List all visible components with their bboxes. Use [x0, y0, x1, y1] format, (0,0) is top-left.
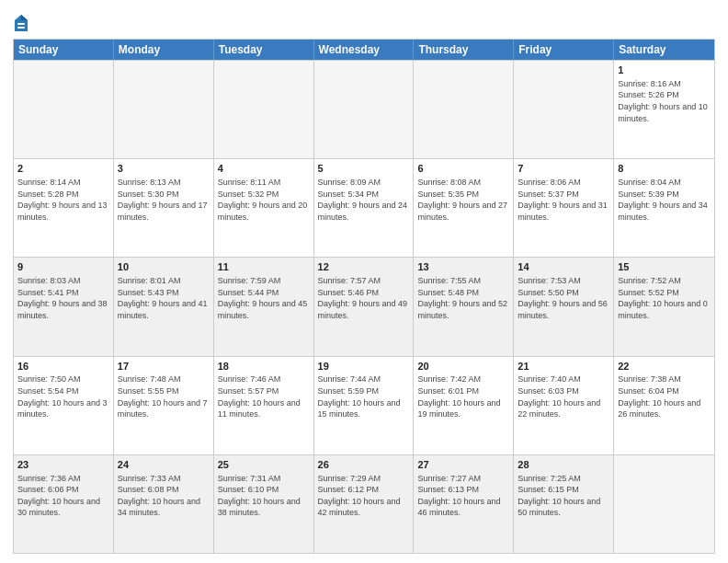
day-number: 13	[417, 260, 509, 274]
calendar-cell: 4Sunrise: 8:11 AM Sunset: 5:32 PM Daylig…	[214, 159, 314, 257]
day-info: Sunrise: 7:59 AM Sunset: 5:44 PM Dayligh…	[218, 275, 310, 321]
day-info: Sunrise: 8:03 AM Sunset: 5:41 PM Dayligh…	[17, 275, 109, 321]
cal-header-day: Tuesday	[214, 40, 314, 60]
day-number: 15	[618, 260, 711, 274]
calendar-cell: 6Sunrise: 8:08 AM Sunset: 5:35 PM Daylig…	[414, 159, 514, 257]
day-info: Sunrise: 8:08 AM Sunset: 5:35 PM Dayligh…	[417, 177, 509, 223]
day-info: Sunrise: 8:14 AM Sunset: 5:28 PM Dayligh…	[17, 177, 109, 223]
day-info: Sunrise: 7:40 AM Sunset: 6:03 PM Dayligh…	[518, 373, 609, 419]
page: SundayMondayTuesdayWednesdayThursdayFrid…	[0, 0, 728, 563]
calendar-cell	[314, 61, 415, 158]
calendar-cell	[614, 455, 714, 553]
calendar-row: 2Sunrise: 8:14 AM Sunset: 5:28 PM Daylig…	[14, 158, 714, 257]
calendar-cell: 19Sunrise: 7:44 AM Sunset: 5:59 PM Dayli…	[314, 357, 415, 454]
calendar-cell: 14Sunrise: 7:53 AM Sunset: 5:50 PM Dayli…	[514, 258, 614, 355]
cal-header-day: Wednesday	[314, 40, 415, 60]
day-info: Sunrise: 7:33 AM Sunset: 6:08 PM Dayligh…	[118, 473, 210, 519]
svg-rect-3	[17, 27, 25, 29]
cal-header-day: Saturday	[614, 40, 714, 60]
calendar-row: 23Sunrise: 7:36 AM Sunset: 6:06 PM Dayli…	[14, 454, 714, 553]
calendar-row: 1Sunrise: 8:16 AM Sunset: 5:26 PM Daylig…	[14, 60, 714, 158]
calendar-cell: 7Sunrise: 8:06 AM Sunset: 5:37 PM Daylig…	[514, 159, 614, 257]
calendar-cell: 8Sunrise: 8:04 AM Sunset: 5:39 PM Daylig…	[614, 159, 714, 257]
day-number: 27	[417, 458, 509, 472]
calendar-cell: 21Sunrise: 7:40 AM Sunset: 6:03 PM Dayli…	[514, 357, 614, 454]
calendar-cell: 18Sunrise: 7:46 AM Sunset: 5:57 PM Dayli…	[214, 357, 314, 454]
calendar-cell: 10Sunrise: 8:01 AM Sunset: 5:43 PM Dayli…	[114, 258, 214, 355]
day-info: Sunrise: 7:31 AM Sunset: 6:10 PM Dayligh…	[218, 473, 310, 519]
day-info: Sunrise: 7:27 AM Sunset: 6:13 PM Dayligh…	[417, 473, 509, 519]
calendar-cell	[514, 61, 614, 158]
day-number: 1	[618, 63, 711, 77]
logo	[13, 13, 32, 33]
day-number: 17	[118, 360, 210, 373]
cal-header-day: Monday	[114, 40, 214, 60]
calendar-cell	[414, 61, 514, 158]
day-number: 28	[518, 458, 609, 472]
day-info: Sunrise: 8:13 AM Sunset: 5:30 PM Dayligh…	[118, 177, 210, 223]
day-number: 22	[618, 360, 711, 373]
day-info: Sunrise: 7:29 AM Sunset: 6:12 PM Dayligh…	[318, 473, 410, 519]
day-number: 21	[518, 360, 609, 373]
day-info: Sunrise: 7:50 AM Sunset: 5:54 PM Dayligh…	[17, 373, 109, 419]
day-number: 20	[417, 360, 509, 373]
cal-header-day: Thursday	[414, 40, 514, 60]
svg-rect-2	[17, 23, 25, 25]
day-number: 5	[318, 162, 410, 176]
day-number: 23	[17, 458, 109, 472]
calendar-cell: 13Sunrise: 7:55 AM Sunset: 5:48 PM Dayli…	[414, 258, 514, 355]
calendar-cell: 26Sunrise: 7:29 AM Sunset: 6:12 PM Dayli…	[314, 455, 415, 553]
calendar-cell: 5Sunrise: 8:09 AM Sunset: 5:34 PM Daylig…	[314, 159, 415, 257]
day-info: Sunrise: 7:38 AM Sunset: 6:04 PM Dayligh…	[618, 373, 711, 419]
day-info: Sunrise: 7:52 AM Sunset: 5:52 PM Dayligh…	[618, 275, 711, 321]
calendar-header: SundayMondayTuesdayWednesdayThursdayFrid…	[14, 40, 714, 60]
day-info: Sunrise: 8:09 AM Sunset: 5:34 PM Dayligh…	[318, 177, 410, 223]
day-info: Sunrise: 7:57 AM Sunset: 5:46 PM Dayligh…	[318, 275, 410, 321]
day-number: 8	[618, 162, 711, 176]
calendar: SundayMondayTuesdayWednesdayThursdayFrid…	[13, 39, 715, 554]
day-info: Sunrise: 7:55 AM Sunset: 5:48 PM Dayligh…	[417, 275, 509, 321]
calendar-cell: 20Sunrise: 7:42 AM Sunset: 6:01 PM Dayli…	[414, 357, 514, 454]
day-number: 14	[518, 260, 609, 274]
header	[13, 11, 715, 33]
logo-icon	[13, 13, 29, 33]
calendar-cell: 3Sunrise: 8:13 AM Sunset: 5:30 PM Daylig…	[114, 159, 214, 257]
day-info: Sunrise: 7:46 AM Sunset: 5:57 PM Dayligh…	[218, 373, 310, 419]
calendar-cell: 16Sunrise: 7:50 AM Sunset: 5:54 PM Dayli…	[14, 357, 114, 454]
calendar-cell: 11Sunrise: 7:59 AM Sunset: 5:44 PM Dayli…	[214, 258, 314, 355]
calendar-cell: 24Sunrise: 7:33 AM Sunset: 6:08 PM Dayli…	[114, 455, 214, 553]
day-info: Sunrise: 8:04 AM Sunset: 5:39 PM Dayligh…	[618, 177, 711, 223]
calendar-cell: 17Sunrise: 7:48 AM Sunset: 5:55 PM Dayli…	[114, 357, 214, 454]
day-number: 19	[318, 360, 410, 373]
calendar-cell: 23Sunrise: 7:36 AM Sunset: 6:06 PM Dayli…	[14, 455, 114, 553]
calendar-cell	[114, 61, 214, 158]
day-number: 12	[318, 260, 410, 274]
day-info: Sunrise: 8:06 AM Sunset: 5:37 PM Dayligh…	[518, 177, 609, 223]
day-number: 25	[218, 458, 310, 472]
calendar-cell: 15Sunrise: 7:52 AM Sunset: 5:52 PM Dayli…	[614, 258, 714, 355]
calendar-cell	[214, 61, 314, 158]
svg-marker-1	[21, 15, 28, 20]
day-number: 16	[17, 360, 109, 373]
calendar-body: 1Sunrise: 8:16 AM Sunset: 5:26 PM Daylig…	[14, 60, 714, 553]
calendar-cell: 9Sunrise: 8:03 AM Sunset: 5:41 PM Daylig…	[14, 258, 114, 355]
calendar-cell: 27Sunrise: 7:27 AM Sunset: 6:13 PM Dayli…	[414, 455, 514, 553]
day-number: 2	[17, 162, 109, 176]
calendar-cell: 1Sunrise: 8:16 AM Sunset: 5:26 PM Daylig…	[614, 61, 714, 158]
day-number: 7	[518, 162, 609, 176]
day-number: 3	[118, 162, 210, 176]
cal-header-day: Sunday	[14, 40, 114, 60]
day-info: Sunrise: 7:53 AM Sunset: 5:50 PM Dayligh…	[518, 275, 609, 321]
day-info: Sunrise: 7:36 AM Sunset: 6:06 PM Dayligh…	[17, 473, 109, 519]
calendar-cell: 28Sunrise: 7:25 AM Sunset: 6:15 PM Dayli…	[514, 455, 614, 553]
day-info: Sunrise: 7:25 AM Sunset: 6:15 PM Dayligh…	[518, 473, 609, 519]
day-number: 4	[218, 162, 310, 176]
day-info: Sunrise: 7:44 AM Sunset: 5:59 PM Dayligh…	[318, 373, 410, 419]
calendar-row: 9Sunrise: 8:03 AM Sunset: 5:41 PM Daylig…	[14, 257, 714, 355]
calendar-row: 16Sunrise: 7:50 AM Sunset: 5:54 PM Dayli…	[14, 356, 714, 454]
cal-header-day: Friday	[514, 40, 614, 60]
day-number: 18	[218, 360, 310, 373]
day-number: 9	[17, 260, 109, 274]
day-number: 6	[417, 162, 509, 176]
calendar-cell: 12Sunrise: 7:57 AM Sunset: 5:46 PM Dayli…	[314, 258, 415, 355]
